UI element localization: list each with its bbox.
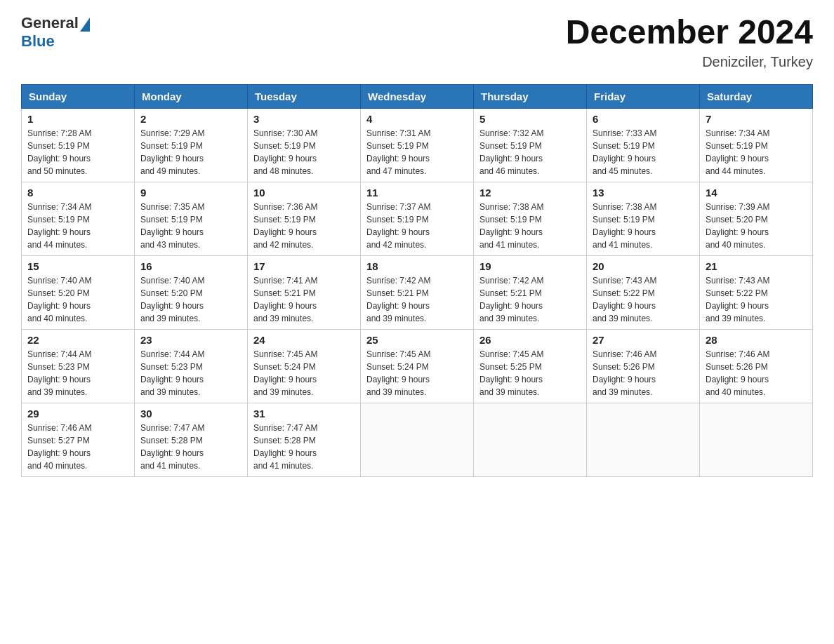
sunset-label: Sunset: 5:22 PM [706,288,768,298]
day-info: Sunrise: 7:38 AM Sunset: 5:19 PM Dayligh… [479,201,581,251]
day-number: 28 [706,334,807,346]
calendar-week-row: 22 Sunrise: 7:44 AM Sunset: 5:23 PM Dayl… [22,329,813,403]
daylight-label: Daylight: 9 hours [366,227,430,237]
day-number: 1 [27,113,128,125]
weekday-header-monday: Monday [135,84,248,108]
sunset-label: Sunset: 5:19 PM [479,215,542,224]
daylight-minutes: and 39 minutes. [706,314,765,323]
daylight-label: Daylight: 9 hours [253,301,317,311]
day-info: Sunrise: 7:45 AM Sunset: 5:25 PM Dayligh… [479,348,581,398]
day-info: Sunrise: 7:34 AM Sunset: 5:19 PM Dayligh… [27,201,128,251]
calendar-cell: 23 Sunrise: 7:44 AM Sunset: 5:23 PM Dayl… [135,329,248,403]
calendar-cell: 21 Sunrise: 7:43 AM Sunset: 5:22 PM Dayl… [700,255,813,329]
sunrise-label: Sunrise: 7:31 AM [366,128,430,138]
calendar-cell: 27 Sunrise: 7:46 AM Sunset: 5:26 PM Dayl… [587,329,700,403]
sunset-label: Sunset: 5:19 PM [140,141,203,151]
daylight-label: Daylight: 9 hours [706,375,769,384]
day-number: 17 [253,260,355,272]
day-number: 13 [593,187,694,199]
logo-triangle-icon [80,18,90,32]
sunrise-label: Sunrise: 7:37 AM [366,202,430,212]
location-label: Denizciler, Turkey [566,54,813,70]
daylight-label: Daylight: 9 hours [140,227,204,237]
day-info: Sunrise: 7:46 AM Sunset: 5:26 PM Dayligh… [706,348,807,398]
day-number: 29 [27,408,128,420]
daylight-label: Daylight: 9 hours [27,375,91,384]
calendar-cell: 1 Sunrise: 7:28 AM Sunset: 5:19 PM Dayli… [22,108,135,182]
calendar-cell: 26 Sunrise: 7:45 AM Sunset: 5:25 PM Dayl… [474,329,587,403]
daylight-label: Daylight: 9 hours [27,154,91,163]
daylight-label: Daylight: 9 hours [253,448,317,458]
sunset-label: Sunset: 5:19 PM [479,141,542,151]
daylight-label: Daylight: 9 hours [366,301,430,311]
sunset-label: Sunset: 5:28 PM [140,436,203,445]
daylight-minutes: and 39 minutes. [366,314,426,323]
daylight-minutes: and 39 minutes. [366,387,426,397]
calendar-cell: 15 Sunrise: 7:40 AM Sunset: 5:20 PM Dayl… [22,255,135,329]
sunrise-label: Sunrise: 7:30 AM [253,128,317,138]
weekday-header-saturday: Saturday [700,84,813,108]
day-number: 15 [27,260,128,272]
daylight-minutes: and 45 minutes. [593,166,652,176]
daylight-minutes: and 39 minutes. [593,314,652,323]
sunrise-label: Sunrise: 7:46 AM [706,349,769,359]
daylight-minutes: and 50 minutes. [27,166,87,176]
calendar-cell: 13 Sunrise: 7:38 AM Sunset: 5:19 PM Dayl… [587,182,700,255]
calendar-cell: 30 Sunrise: 7:47 AM Sunset: 5:28 PM Dayl… [135,403,248,476]
calendar-body: 1 Sunrise: 7:28 AM Sunset: 5:19 PM Dayli… [22,108,813,476]
sunset-label: Sunset: 5:21 PM [253,288,316,298]
sunset-label: Sunset: 5:19 PM [593,141,655,151]
daylight-minutes: and 49 minutes. [140,166,200,176]
day-number: 23 [140,334,241,346]
calendar-cell [700,403,813,476]
sunset-label: Sunset: 5:20 PM [27,288,90,298]
calendar-cell: 14 Sunrise: 7:39 AM Sunset: 5:20 PM Dayl… [700,182,813,255]
day-number: 20 [593,260,694,272]
day-info: Sunrise: 7:37 AM Sunset: 5:19 PM Dayligh… [366,201,468,251]
daylight-label: Daylight: 9 hours [253,375,317,384]
calendar-cell: 3 Sunrise: 7:30 AM Sunset: 5:19 PM Dayli… [248,108,361,182]
day-number: 30 [140,408,241,420]
sunset-label: Sunset: 5:24 PM [253,362,316,372]
sunrise-label: Sunrise: 7:40 AM [27,276,91,286]
sunrise-label: Sunrise: 7:43 AM [706,276,769,286]
daylight-minutes: and 44 minutes. [706,166,765,176]
calendar-cell: 29 Sunrise: 7:46 AM Sunset: 5:27 PM Dayl… [22,403,135,476]
sunrise-label: Sunrise: 7:28 AM [27,128,91,138]
sunset-label: Sunset: 5:19 PM [593,215,655,224]
weekday-header-sunday: Sunday [22,84,135,108]
day-info: Sunrise: 7:40 AM Sunset: 5:20 PM Dayligh… [140,274,241,325]
sunrise-label: Sunrise: 7:35 AM [140,202,204,212]
calendar-cell: 6 Sunrise: 7:33 AM Sunset: 5:19 PM Dayli… [587,108,700,182]
calendar-cell: 9 Sunrise: 7:35 AM Sunset: 5:19 PM Dayli… [135,182,248,255]
daylight-label: Daylight: 9 hours [366,154,430,163]
daylight-minutes: and 47 minutes. [366,166,426,176]
sunrise-label: Sunrise: 7:42 AM [479,276,543,286]
day-info: Sunrise: 7:32 AM Sunset: 5:19 PM Dayligh… [479,127,581,177]
sunrise-label: Sunrise: 7:44 AM [140,349,204,359]
calendar-cell: 11 Sunrise: 7:37 AM Sunset: 5:19 PM Dayl… [361,182,474,255]
calendar-cell: 20 Sunrise: 7:43 AM Sunset: 5:22 PM Dayl… [587,255,700,329]
page-header: General Blue December 2024 Denizciler, T… [21,14,813,70]
daylight-minutes: and 40 minutes. [706,240,765,250]
day-info: Sunrise: 7:29 AM Sunset: 5:19 PM Dayligh… [140,127,241,177]
day-number: 31 [253,408,355,420]
sunset-label: Sunset: 5:20 PM [706,215,768,224]
daylight-label: Daylight: 9 hours [706,154,769,163]
daylight-label: Daylight: 9 hours [479,154,543,163]
sunrise-label: Sunrise: 7:42 AM [366,276,430,286]
day-number: 18 [366,260,468,272]
day-number: 5 [479,113,581,125]
sunset-label: Sunset: 5:19 PM [27,141,90,151]
sunset-label: Sunset: 5:27 PM [27,436,90,445]
day-number: 24 [253,334,355,346]
day-number: 12 [479,187,581,199]
day-number: 14 [706,187,807,199]
day-info: Sunrise: 7:39 AM Sunset: 5:20 PM Dayligh… [706,201,807,251]
weekday-header-tuesday: Tuesday [248,84,361,108]
sunrise-label: Sunrise: 7:29 AM [140,128,204,138]
day-info: Sunrise: 7:45 AM Sunset: 5:24 PM Dayligh… [253,348,355,398]
sunrise-label: Sunrise: 7:45 AM [366,349,430,359]
day-info: Sunrise: 7:38 AM Sunset: 5:19 PM Dayligh… [593,201,694,251]
sunrise-label: Sunrise: 7:34 AM [706,128,769,138]
